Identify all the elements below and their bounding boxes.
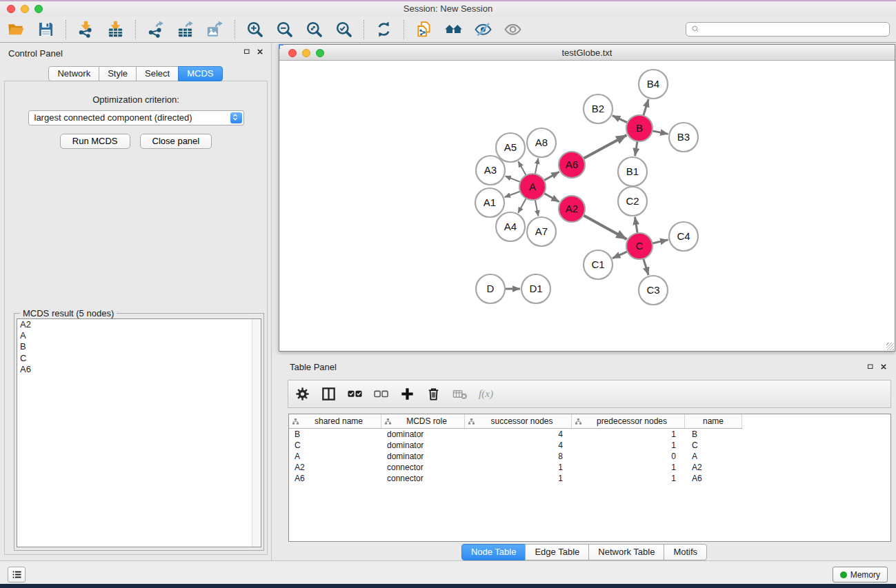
column-header-shared-name[interactable]: shared name — [289, 414, 381, 428]
tab-mcds[interactable]: MCDS — [178, 66, 222, 81]
window-resize-corner[interactable] — [279, 44, 283, 49]
mcds-result-item[interactable]: C — [17, 353, 261, 364]
trash-button[interactable] — [425, 385, 441, 403]
result-scrollbar[interactable] — [252, 319, 261, 547]
window-resize-grip[interactable] — [886, 343, 894, 350]
graph-edge-A-A8[interactable] — [535, 159, 539, 175]
import-table-button[interactable] — [101, 18, 130, 41]
graph-edge-A-A1[interactable] — [505, 191, 521, 197]
graph-node-B3[interactable]: B3 — [669, 123, 698, 152]
tab-network[interactable]: Network — [48, 66, 99, 81]
graph-node-A5[interactable]: A5 — [496, 133, 525, 162]
graph-node-A2[interactable]: A2 — [559, 196, 585, 222]
graph-node-B1[interactable]: B1 — [618, 157, 647, 186]
zoom-fit-button[interactable] — [299, 18, 329, 41]
network-canvas[interactable]: B4B2BB3A5A8A6B1A3AC2A1A2A4A7C4CC1C3DD1 — [279, 61, 895, 351]
graph-edge-A6-B[interactable] — [583, 135, 627, 159]
graph-edge-B-B4[interactable] — [643, 99, 648, 116]
deselect-all-button[interactable] — [372, 385, 389, 403]
open-file-button[interactable] — [1, 18, 31, 41]
export-table-button[interactable] — [170, 18, 200, 41]
graph-node-B2[interactable]: B2 — [584, 94, 613, 123]
close-window-button[interactable] — [7, 5, 15, 13]
graph-node-A1[interactable]: A1 — [475, 188, 504, 217]
close-table-panel-icon[interactable] — [879, 363, 888, 371]
table-row[interactable]: A2connector11A2 — [289, 462, 890, 473]
columns-button[interactable] — [320, 385, 337, 403]
tab-select[interactable]: Select — [136, 66, 179, 81]
graph-edge-A-A2[interactable] — [544, 193, 559, 202]
mcds-result-item[interactable]: B — [17, 341, 261, 352]
graph-node-C1[interactable]: C1 — [584, 250, 613, 279]
export-image-button[interactable] — [200, 18, 230, 41]
network-window-titlebar[interactable]: testGlobe.txt — [279, 45, 895, 61]
graph-edge-A-A4[interactable] — [518, 198, 526, 213]
duplicate-network-button[interactable] — [409, 18, 439, 41]
graph-node-A3[interactable]: A3 — [476, 156, 505, 185]
tab-style[interactable]: Style — [99, 66, 137, 81]
zoom-out-button[interactable] — [270, 18, 299, 41]
minimize-window-button[interactable] — [21, 5, 29, 13]
graph-edge-A-A3[interactable] — [505, 176, 521, 182]
column-header-name[interactable]: name — [685, 414, 742, 428]
mcds-result-item[interactable]: A2 — [17, 319, 261, 330]
graph-node-C[interactable]: C — [626, 233, 653, 259]
graph-edge-C-C4[interactable] — [652, 240, 668, 243]
table-row[interactable]: Adominator80A — [289, 451, 890, 462]
select-all-button[interactable] — [346, 385, 363, 403]
run-mcds-button[interactable]: Run MCDS — [60, 134, 130, 149]
network-zoom-button[interactable] — [316, 49, 324, 57]
table-row[interactable]: Bdominator41B — [289, 429, 890, 440]
gear-button[interactable] — [294, 385, 310, 403]
table-tab-edge-table[interactable]: Edge Table — [525, 544, 589, 560]
table-row[interactable]: Cdominator41C — [289, 440, 890, 451]
criterion-select[interactable]: largest connected component (directed) — [28, 110, 244, 125]
graph-node-C3[interactable]: C3 — [639, 276, 668, 305]
graph-edge-C-C3[interactable] — [643, 258, 648, 275]
close-panel-icon[interactable] — [256, 48, 264, 56]
graph-node-B[interactable]: B — [626, 115, 653, 141]
close-panel-button[interactable]: Close panel — [140, 134, 212, 149]
import-network-button[interactable] — [71, 18, 101, 41]
search-input[interactable] — [686, 22, 890, 37]
memory-button[interactable]: Memory — [833, 567, 888, 582]
mcds-result-item[interactable]: A6 — [17, 364, 261, 375]
graph-node-D[interactable]: D — [476, 274, 505, 303]
network-minimize-button[interactable] — [302, 49, 310, 57]
table-tab-network-table[interactable]: Network Table — [588, 544, 664, 560]
table-tab-motifs[interactable]: Motifs — [664, 544, 707, 560]
graph-edge-C-C1[interactable] — [613, 251, 628, 258]
refresh-button[interactable] — [369, 18, 399, 41]
graph-node-A4[interactable]: A4 — [496, 212, 525, 241]
show-eye-button[interactable] — [498, 18, 528, 41]
graph-node-A6[interactable]: A6 — [559, 152, 585, 178]
float-panel-icon[interactable] — [243, 48, 251, 56]
hide-panel-eye-button[interactable] — [468, 18, 498, 41]
zoom-in-button[interactable] — [240, 18, 270, 41]
graph-edge-A-A5[interactable] — [518, 161, 526, 176]
graph-node-B4[interactable]: B4 — [639, 70, 668, 99]
graph-node-C4[interactable]: C4 — [669, 222, 698, 251]
export-network-button[interactable] — [141, 18, 170, 41]
graph-edge-C-C2[interactable] — [635, 217, 638, 234]
column-header-mcds-role[interactable]: MCDS role — [381, 414, 465, 428]
graph-node-C2[interactable]: C2 — [618, 187, 647, 216]
mcds-result-item[interactable]: A — [17, 330, 261, 341]
graph-node-A[interactable]: A — [519, 174, 546, 200]
float-table-panel-icon[interactable] — [866, 363, 875, 371]
graph-edge-B-B1[interactable] — [635, 141, 638, 156]
save-session-button[interactable] — [31, 18, 61, 41]
graph-edge-A-A7[interactable] — [535, 199, 539, 216]
task-list-button[interactable] — [8, 567, 26, 582]
graph-edge-B-B2[interactable] — [613, 116, 628, 123]
graph-node-A8[interactable]: A8 — [527, 128, 556, 157]
graph-edge-B-B3[interactable] — [652, 131, 668, 134]
graph-node-D1[interactable]: D1 — [521, 274, 550, 303]
table-row[interactable]: A6connector11A6 — [289, 473, 890, 484]
column-header-predecessor-nodes[interactable]: predecessor nodes — [572, 414, 685, 428]
graph-edge-A2-C[interactable] — [583, 215, 627, 239]
graph-node-A7[interactable]: A7 — [527, 217, 556, 246]
zoom-selected-button[interactable] — [329, 18, 359, 41]
home-button[interactable] — [439, 18, 468, 41]
column-header-successor-nodes[interactable]: successor nodes — [465, 414, 572, 428]
